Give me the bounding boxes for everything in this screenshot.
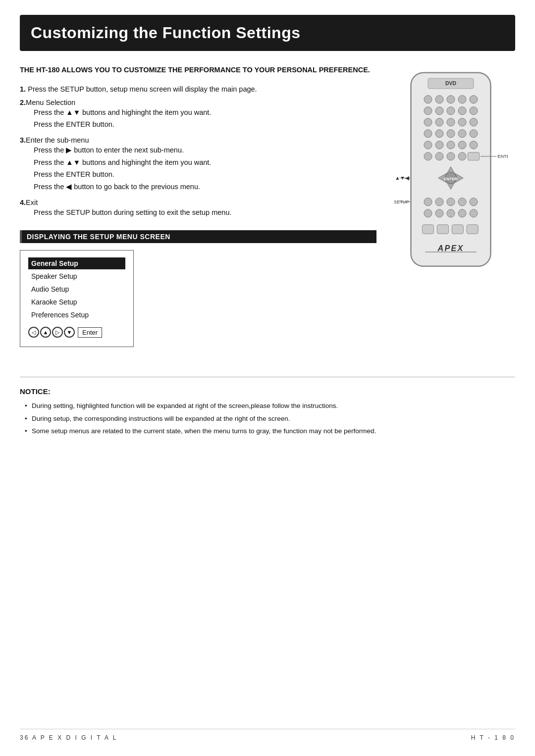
step-4-subs: Press the SETUP button during setting to…: [20, 206, 376, 219]
notice-item-3: Some setup menus are related to the curr…: [25, 426, 515, 437]
svg-point-5: [447, 96, 455, 103]
content-divider: [20, 377, 515, 377]
step-3-sub-3: Press the ENTER button.: [34, 168, 376, 181]
svg-point-11: [458, 107, 466, 115]
svg-point-13: [424, 118, 432, 126]
left-column: THE HT-180 ALLOWS YOU TO CUSTOMIZE THE P…: [20, 65, 376, 362]
step-3: 3.Enter the sub-menu Press the ▶ button …: [20, 136, 376, 193]
svg-point-27: [470, 141, 478, 149]
svg-point-12: [470, 107, 478, 115]
title-bar: Customizing the Function Settings: [20, 15, 515, 51]
step-2-text: Menu Selection: [26, 99, 75, 106]
svg-point-3: [424, 96, 432, 103]
step-1-text: Press the SETUP button, setup menu scree…: [28, 85, 257, 93]
svg-point-7: [470, 96, 478, 103]
step-4-number: 4.: [20, 199, 26, 206]
svg-rect-32: [468, 152, 480, 160]
page-footer: 36 A P E X D I G I T A L H T - 1 8 0: [20, 729, 515, 741]
svg-point-9: [435, 107, 443, 115]
step-3-sub-2: Press the ▲▼ buttons and highinght the i…: [34, 156, 376, 169]
notice-item-1: During setting, highlighted function wil…: [25, 401, 515, 411]
svg-point-44: [447, 198, 455, 206]
svg-point-53: [470, 209, 478, 217]
step-4-sub-1: Press the SETUP button during setting to…: [34, 206, 376, 219]
menu-icon-down: ▼: [64, 327, 75, 338]
step-2: 2.Menu Selection Press the ▲▼ buttons an…: [20, 98, 376, 131]
menu-item-speaker: Speaker Setup: [28, 270, 125, 282]
svg-rect-57: [467, 225, 478, 234]
svg-point-4: [435, 96, 443, 103]
svg-point-30: [447, 152, 455, 160]
section-heading: DISPLAYING THE SETUP MENU SCREEN: [20, 230, 376, 243]
notice-list: During setting, highlighted function wil…: [20, 401, 515, 437]
svg-rect-54: [423, 225, 434, 234]
svg-point-45: [458, 198, 466, 206]
svg-text:▲▼◀: ▲▼◀: [395, 175, 409, 181]
svg-point-10: [447, 107, 455, 115]
step-3-sub-4: Press the ◀ button to go back to the pre…: [34, 181, 376, 193]
page-wrapper: Customizing the Function Settings THE HT…: [0, 0, 535, 756]
svg-point-17: [470, 118, 478, 126]
svg-point-23: [424, 141, 432, 149]
svg-point-51: [447, 209, 455, 217]
main-content: THE HT-180 ALLOWS YOU TO CUSTOMIZE THE P…: [20, 65, 515, 362]
svg-point-31: [458, 152, 466, 160]
menu-icons-row: ◁ ▲ ▷ ▼ Enter: [28, 327, 125, 338]
page-title: Customizing the Function Settings: [31, 24, 504, 42]
menu-enter-button: Enter: [78, 327, 102, 338]
svg-text:APEX: APEX: [437, 244, 464, 252]
step-2-sub-2: Press the ENTER button.: [34, 118, 376, 131]
svg-point-43: [435, 198, 443, 206]
svg-point-42: [424, 198, 432, 206]
svg-point-19: [435, 130, 443, 138]
menu-item-preferences: Preferences Setup: [28, 309, 125, 321]
svg-rect-55: [437, 225, 448, 234]
svg-rect-56: [452, 225, 463, 234]
svg-point-6: [458, 96, 466, 103]
footer-left: 36 A P E X D I G I T A L: [20, 734, 117, 741]
step-2-subs: Press the ▲▼ buttons and highinght the i…: [20, 106, 376, 131]
menu-item-karaoke: Karaoke Setup: [28, 296, 125, 308]
intro-text: THE HT-180 ALLOWS YOU TO CUSTOMIZE THE P…: [20, 65, 376, 76]
menu-item-general: General Setup: [28, 257, 125, 269]
svg-point-46: [470, 198, 478, 206]
step-3-subs: Press the ▶ button to enter the next sub…: [20, 144, 376, 193]
svg-point-14: [435, 118, 443, 126]
step-1-number: 1.: [20, 85, 26, 93]
step-1: 1. Press the SETUP button, setup menu sc…: [20, 85, 376, 93]
menu-icon-up: ▲: [40, 327, 51, 338]
notice-item-2: During setup, the corresponding instruct…: [25, 413, 515, 424]
remote-svg: DVD: [394, 70, 508, 286]
svg-text:SETUP: SETUP: [394, 200, 409, 204]
svg-point-16: [458, 118, 466, 126]
svg-point-28: [424, 152, 432, 160]
step-3-text: Enter the sub-menu: [26, 136, 89, 144]
svg-point-22: [470, 130, 478, 138]
svg-point-24: [435, 141, 443, 149]
right-column: DVD: [386, 65, 515, 362]
remote-illustration: DVD: [394, 70, 508, 288]
notice-title: NOTICE:: [20, 387, 515, 396]
svg-point-18: [424, 130, 432, 138]
steps-list: 1. Press the SETUP button, setup menu sc…: [20, 85, 376, 218]
svg-text:ENTER: ENTER: [444, 177, 457, 181]
svg-point-50: [435, 209, 443, 217]
svg-text:DVD: DVD: [445, 81, 456, 86]
svg-point-21: [458, 130, 466, 138]
menu-icon-right: ▷: [52, 327, 63, 338]
step-2-number: 2.: [20, 99, 26, 106]
svg-point-15: [447, 118, 455, 126]
svg-point-20: [447, 130, 455, 138]
step-4: 4.Exit Press the SETUP button during set…: [20, 198, 376, 219]
svg-point-52: [458, 209, 466, 217]
svg-point-29: [435, 152, 443, 160]
footer-right: H T - 1 8 0: [471, 734, 515, 741]
setup-menu-box: General Setup Speaker Setup Audio Setup …: [20, 250, 134, 347]
notice-section: NOTICE: During setting, highlighted func…: [20, 387, 515, 437]
svg-point-25: [447, 141, 455, 149]
step-4-text: Exit: [26, 199, 38, 206]
step-2-sub-1: Press the ▲▼ buttons and highinght the i…: [34, 106, 376, 119]
step-3-number: 3.: [20, 136, 26, 144]
enter-label: ENTER: [497, 154, 508, 159]
menu-item-audio: Audio Setup: [28, 283, 125, 295]
